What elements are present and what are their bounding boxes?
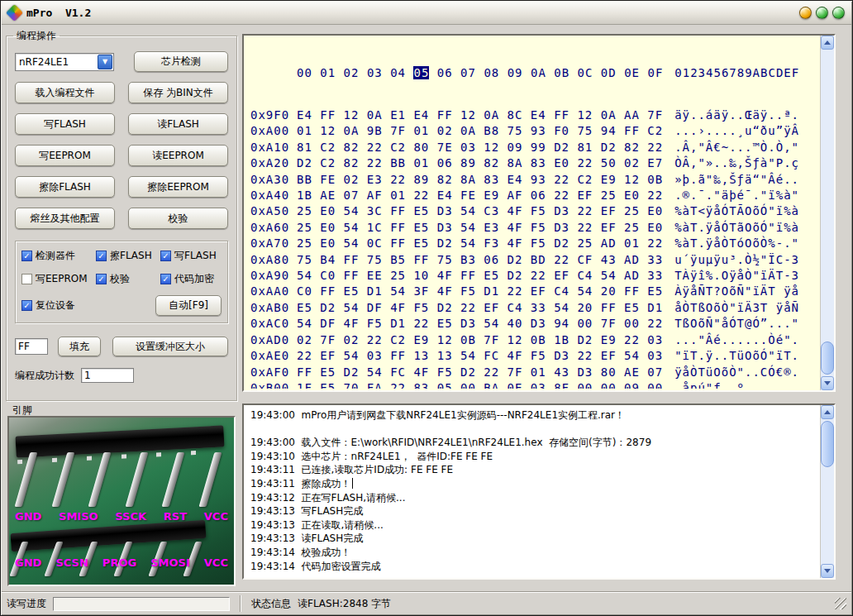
load-program-file-button[interactable]: 载入编程文件 <box>15 82 115 103</box>
hex-ascii: "ïT.ÿ..TüOõÓ"ïT. <box>674 349 799 362</box>
hex-scrollbar[interactable] <box>820 36 834 390</box>
hex-bytes: E5 D2 54 DF 4F F5 D2 22 EF C4 33 54 20 F… <box>297 301 663 314</box>
pin <box>51 452 74 507</box>
read-eeprom-button[interactable]: 读EEPROM <box>128 145 228 166</box>
divider <box>240 595 241 612</box>
status-info-value: 读FLASH:2848 字节 <box>298 597 391 611</box>
chip-select-combobox[interactable]: nRF24LE1 ▼ <box>15 53 114 71</box>
hex-address: 0xA80 <box>250 252 297 268</box>
fill-button[interactable]: 填充 <box>58 337 101 356</box>
maximize-button[interactable] <box>816 7 828 19</box>
auto-f9-button[interactable]: 自动[F9] <box>155 295 222 316</box>
pin-label: VCC <box>204 510 228 523</box>
write-eeprom-checkbox[interactable]: 写EEPROM <box>21 272 96 286</box>
hex-address: 0xA00 <box>250 123 297 139</box>
log-line: 19:43:10 选中芯片：nRF24LE1， 器件ID:FE FE FE <box>250 450 817 464</box>
pin-label: SSCK <box>115 510 146 523</box>
log-output[interactable]: 19:43:00 mPro用户请到网盘下载NRF24LE1实例源码---NRF2… <box>242 404 836 580</box>
hex-bytes: E4 FF 12 0A E1 E4 FF 12 0A 8C E4 FF 12 0… <box>297 108 663 122</box>
checkbox-checked-icon: ✓ <box>160 251 171 261</box>
minimize-button[interactable] <box>799 7 812 19</box>
erase-flash-checkbox[interactable]: ✓擦FLASH <box>96 249 160 263</box>
hex-row: 0xA0001 12 0A 9B 7F 01 02 0A B8 75 93 F0… <box>250 123 817 139</box>
status-bar: 读写进度 状态信息 读FLASH:2848 字节 <box>2 592 851 614</box>
checkbox-checked-icon: ✓ <box>21 300 32 311</box>
fill-value-input[interactable] <box>15 338 48 355</box>
hex-viewer[interactable]: 00 01 02 03 04 05 06 07 08 09 0A 0B 0C 0… <box>242 34 836 392</box>
pin <box>162 452 185 507</box>
close-button[interactable] <box>832 7 845 19</box>
scroll-down-button[interactable] <box>821 564 834 578</box>
count-row: 编程成功计数 <box>15 368 228 383</box>
reset-device-checkbox[interactable]: ✓复位设备 <box>21 298 75 313</box>
chip-detect-button[interactable]: 芯片检测 <box>134 51 228 72</box>
hex-address: 0xA50 <box>250 203 297 219</box>
hex-row: 0xAB0E5 D2 54 DF 4F F5 D2 22 EF C4 33 54… <box>250 300 817 316</box>
hex-col-label: 06 <box>437 66 453 79</box>
erase-eeprom-button[interactable]: 擦除EEPROM <box>128 176 228 198</box>
hex-address: 0xA20 <box>250 155 297 171</box>
fuse-config-button[interactable]: 熔丝及其他配置 <box>15 208 115 229</box>
hex-ascii-header: 0123456789ABCDEF <box>674 66 799 79</box>
options-checkbox-grid: ✓检测器件✓擦FLASH✓写FLASH写EEPROM✓校验✓代码加密 <box>21 249 222 286</box>
window-controls <box>799 7 845 19</box>
pin <box>125 452 148 507</box>
erase-flash-button[interactable]: 擦除FLASH <box>15 176 115 198</box>
write-eeprom-button[interactable]: 写EEPROM <box>15 145 115 166</box>
hex-bytes: 25 E0 54 3C FF E5 D3 54 C3 4F F5 D3 22 E… <box>297 204 663 217</box>
read-flash-button[interactable]: 读FLASH <box>128 113 228 135</box>
buffer-size-button[interactable]: 设置缓冲区大小 <box>112 337 228 356</box>
progress-bar <box>53 597 230 611</box>
hex-ascii: .®.¯."äþé¯."ï%à" <box>674 189 799 202</box>
titlebar[interactable]: mPro V1.2 <box>2 2 851 25</box>
save-as-bin-button[interactable]: 保存 为BIN文件 <box>128 82 228 103</box>
checkbox-checked-icon: ✓ <box>21 251 32 261</box>
hex-row: 0xA8075 B4 FF 75 B5 FF 75 B3 06 D2 BD 22… <box>250 252 817 268</box>
success-count-input[interactable] <box>81 368 134 383</box>
pin <box>88 452 112 507</box>
scroll-up-button[interactable] <box>821 405 834 419</box>
hex-col-label: 02 <box>344 66 360 79</box>
pcb-photo: GNDSMISOSSCKRSTVCC GNDSCSNPROGSMOSIVCC <box>9 418 234 585</box>
hex-ascii: ...›....¸u“ðu”ÿÂ <box>674 124 799 137</box>
hex-address: 0xAD0 <box>250 332 297 348</box>
action-button-grid: 载入编程文件保存 为BIN文件写FLASH读FLASH写EEPROM读EEPRO… <box>15 82 228 229</box>
chevron-down-icon[interactable]: ▼ <box>98 55 112 69</box>
detect-device-checkbox[interactable]: ✓检测器件 <box>21 249 96 263</box>
hex-address: 0xAE0 <box>250 348 297 364</box>
hex-col-label: 08 <box>484 66 499 79</box>
code-encrypt-checkbox[interactable]: ✓代码加密 <box>160 272 222 286</box>
verify-button[interactable]: 校验 <box>128 208 228 229</box>
scroll-down-button[interactable] <box>821 376 834 390</box>
hex-bytes: 54 C0 FF EE 25 10 4F FF E5 D2 22 EF C4 5… <box>297 269 663 282</box>
checkbox-label: 擦FLASH <box>110 249 152 263</box>
verify-checkbox[interactable]: ✓校验 <box>96 272 160 286</box>
log-scrollbar[interactable] <box>820 405 834 578</box>
hex-bytes: 81 C2 82 22 C2 80 7E 03 12 09 99 D2 81 D… <box>297 141 663 154</box>
log-line: 19:43:13 读FLASH完成 <box>250 532 817 546</box>
scrollbar-thumb[interactable] <box>821 341 834 375</box>
triangle-down-icon <box>824 569 831 573</box>
log-line: 19:43:14 代码加密设置完成 <box>250 560 817 574</box>
hex-address: 0xA70 <box>250 236 297 251</box>
pcb-photo-frame: GNDSMISOSSCKRSTVCC GNDSCSNPROGSMOSIVCC <box>7 416 236 586</box>
pin-row-top <box>22 452 214 510</box>
hex-address: 0xAC0 <box>250 316 297 332</box>
hex-col-label: 0B <box>554 66 569 79</box>
hex-row: 0xA7025 E0 54 0C FF E5 D2 54 F3 4F F5 D2… <box>250 236 817 251</box>
checkbox-label: 检测器件 <box>36 249 75 263</box>
scrollbar-thumb[interactable] <box>821 421 834 467</box>
hex-ascii: ÒÂ‚"»..‰‚Šƒà"P.ç <box>674 156 799 170</box>
triangle-down-icon <box>824 381 831 385</box>
resize-grip[interactable] <box>835 598 846 609</box>
scroll-up-button[interactable] <box>821 36 834 50</box>
pin-label: SCSN <box>55 556 88 569</box>
hex-bytes: 54 DF 4F F5 D1 22 E5 D3 54 40 D3 94 00 7… <box>297 317 663 330</box>
write-flash-checkbox[interactable]: ✓写FLASH <box>160 249 222 263</box>
write-flash-button[interactable]: 写FLASH <box>15 113 115 135</box>
triangle-up-icon <box>824 41 831 45</box>
hex-bytes: 02 7F 02 22 C2 E9 12 0B 7F 12 0B 1B D2 E… <box>297 333 663 346</box>
hex-ascii: ÀÿåÑT?OõÑ"ïÄT ÿå <box>674 284 799 298</box>
log-line: 19:43:13 正在读取,请稍候... <box>250 518 817 532</box>
hex-address: 0xA60 <box>250 220 297 236</box>
